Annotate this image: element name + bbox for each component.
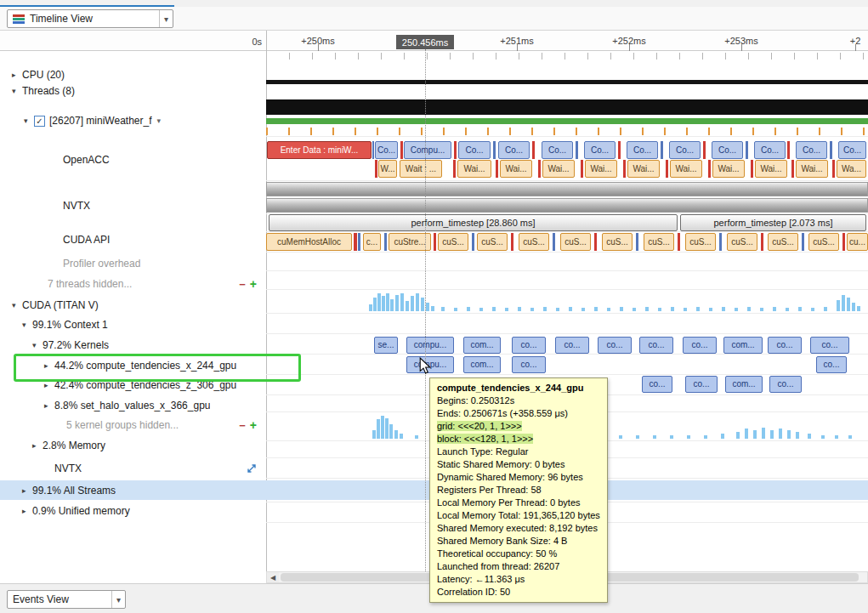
memory-activity-bar[interactable]: [835, 435, 838, 439]
openacc-wait-event[interactable]: Wai...: [796, 160, 828, 178]
sidebar-row[interactable]: CUDA API: [0, 231, 265, 248]
memory-activity-bar[interactable]: [400, 434, 403, 439]
memory-activity-bar[interactable]: [369, 304, 372, 311]
tree-collapsed-icon[interactable]: ▸: [22, 486, 32, 495]
openacc-wait-event-sliver[interactable]: [623, 160, 626, 178]
memory-activity-bar[interactable]: [745, 429, 748, 439]
memory-activity-bar[interactable]: [848, 435, 852, 439]
openacc-wait-event[interactable]: Wai...: [585, 160, 617, 178]
openacc-event[interactable]: Co...: [838, 141, 866, 159]
memory-activity-bar[interactable]: [620, 307, 623, 311]
openacc-wait-event[interactable]: Wai...: [457, 160, 491, 178]
memory-activity-bar[interactable]: [400, 293, 404, 311]
kernel-event[interactable]: co...: [810, 337, 849, 354]
openacc-wait-event-sliver[interactable]: [375, 160, 377, 178]
memory-activity-bar[interactable]: [607, 308, 610, 311]
kernel-event[interactable]: compu...: [406, 337, 454, 354]
memory-activity-bar[interactable]: [390, 299, 394, 311]
openacc-wait-event[interactable]: Wai...: [500, 160, 532, 178]
memory-activity-bar[interactable]: [454, 308, 457, 311]
unhide-add-button[interactable]: +: [250, 419, 257, 431]
memory-activity-bar[interactable]: [633, 308, 636, 311]
sidebar-row[interactable]: ▸8.8% set_halo_values_x_366_gpu: [0, 397, 265, 414]
cuda-api-call[interactable]: cuMemHostAlloc: [266, 233, 352, 251]
expand-row-icon[interactable]: [247, 463, 257, 474]
kernel-event[interactable]: com...: [463, 337, 501, 354]
memory-activity-bar[interactable]: [619, 435, 622, 439]
memory-activity-bar[interactable]: [479, 308, 483, 311]
openacc-event[interactable]: Co...: [584, 141, 616, 159]
memory-activity-bar[interactable]: [687, 435, 690, 439]
openacc-event-sliver[interactable]: [493, 141, 496, 159]
memory-activity-bar[interactable]: [421, 298, 424, 311]
memory-activity-bar[interactable]: [389, 424, 393, 439]
memory-activity-bar[interactable]: [426, 303, 429, 311]
cuda-api-call-sliver[interactable]: [553, 233, 555, 251]
memory-activity-bar[interactable]: [594, 307, 598, 311]
kernel-event[interactable]: co...: [642, 376, 672, 393]
openacc-wait-event[interactable]: Wait : ...: [400, 160, 442, 178]
cuda-api-call-sliver[interactable]: [511, 233, 513, 251]
memory-activity-bar[interactable]: [770, 430, 774, 439]
memory-activity-bar[interactable]: [431, 306, 434, 311]
cuda-api-call-sliver[interactable]: [636, 233, 638, 251]
kernel-event[interactable]: co...: [769, 376, 802, 393]
openacc-wait-event-sliver[interactable]: [538, 160, 541, 178]
sidebar-row[interactable]: ▾CUDA (TITAN V): [0, 297, 265, 314]
kernel-event[interactable]: co...: [512, 356, 546, 373]
sidebar-row[interactable]: ▾Threads (8): [0, 82, 265, 99]
tree-expanded-icon[interactable]: ▾: [12, 87, 22, 95]
cuda-api-call[interactable]: cuS...: [602, 233, 633, 251]
memory-activity-bar[interactable]: [543, 307, 547, 311]
sidebar-row[interactable]: ▾99.1% Context 1: [0, 316, 265, 333]
sidebar-row[interactable]: Profiler overhead: [0, 255, 265, 272]
openacc-event-sliver[interactable]: [454, 141, 457, 159]
row-checkbox[interactable]: ✓: [34, 116, 45, 127]
memory-activity-bar[interactable]: [779, 429, 782, 439]
sidebar-row[interactable]: ▸99.1% All Streams: [0, 482, 265, 499]
memory-activity-bar[interactable]: [736, 432, 740, 439]
openacc-event[interactable]: Compu...: [404, 141, 451, 159]
memory-activity-bar[interactable]: [467, 307, 470, 311]
kernel-event[interactable]: se...: [374, 337, 398, 354]
memory-activity-bar[interactable]: [670, 435, 673, 439]
tree-collapsed-icon[interactable]: ▸: [12, 71, 22, 79]
memory-activity-bar[interactable]: [569, 307, 572, 311]
memory-activity-bar[interactable]: [704, 435, 707, 439]
openacc-event[interactable]: Co...: [498, 141, 530, 159]
memory-activity-bar[interactable]: [373, 298, 377, 311]
openacc-wait-event-sliver[interactable]: [791, 160, 794, 178]
cuda-api-call-sliver[interactable]: [802, 233, 804, 251]
memory-activity-bar[interactable]: [808, 434, 811, 439]
kernel-event[interactable]: co...: [639, 337, 673, 354]
kernel-event[interactable]: co...: [598, 337, 632, 354]
memory-activity-bar[interactable]: [645, 307, 649, 311]
cuda-api-call[interactable]: cuS...: [438, 233, 468, 251]
memory-activity-bar[interactable]: [415, 435, 418, 439]
memory-activity-bar[interactable]: [518, 307, 521, 311]
memory-activity-bar[interactable]: [824, 307, 827, 311]
cuda-api-call-sliver[interactable]: [472, 233, 474, 251]
cuda-api-call[interactable]: cuS...: [768, 233, 798, 251]
memory-activity-bar[interactable]: [395, 295, 399, 311]
openacc-event-sliver[interactable]: [532, 141, 535, 159]
openacc-wait-event-sliver[interactable]: [666, 160, 668, 178]
events-view-dropdown[interactable]: Events View ▾: [7, 590, 126, 609]
openacc-event[interactable]: Co...: [542, 141, 573, 159]
memory-activity-bar[interactable]: [709, 308, 712, 311]
tree-expanded-icon[interactable]: ▾: [24, 116, 34, 125]
openacc-event-sliver[interactable]: [746, 141, 748, 159]
kernel-event[interactable]: com...: [463, 356, 501, 373]
cuda-api-call[interactable]: cu...: [847, 233, 868, 251]
openacc-event-sliver[interactable]: [703, 141, 706, 159]
memory-activity-bar[interactable]: [386, 293, 389, 311]
scrollbar-left-arrow[interactable]: ◀: [267, 572, 279, 582]
nvtx-range[interactable]: perform_timestep [28.860 ms]: [269, 214, 678, 231]
kernel-event[interactable]: co...: [685, 376, 718, 393]
sidebar-row[interactable]: 7 threads hidden...−+: [0, 275, 265, 292]
memory-activity-bar[interactable]: [416, 293, 419, 311]
openacc-event-sliver[interactable]: [830, 141, 832, 159]
cuda-api-call-sliver[interactable]: [384, 233, 387, 251]
cuda-api-call[interactable]: cuS...: [727, 233, 757, 251]
memory-activity-bar[interactable]: [735, 308, 738, 311]
